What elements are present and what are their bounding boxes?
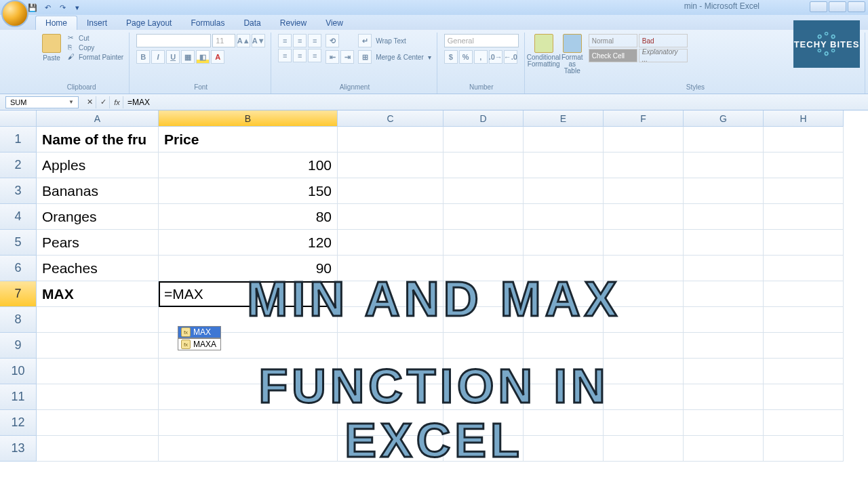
increase-indent-button[interactable]: ⇥ (340, 50, 354, 64)
cell-E10[interactable] (524, 359, 604, 384)
cell-A6[interactable]: Peaches (37, 256, 159, 281)
close-button[interactable] (848, 1, 865, 12)
name-box[interactable]: SUM ▼ (5, 96, 79, 108)
cell-C4[interactable] (338, 204, 443, 230)
qat-dropdown-icon[interactable]: ▾ (72, 2, 83, 13)
cell-E8[interactable] (524, 307, 604, 333)
row-header-5[interactable]: 5 (0, 230, 37, 256)
align-center-button[interactable]: ≡ (293, 49, 307, 62)
align-top-button[interactable]: ≡ (278, 34, 292, 47)
column-header-G[interactable]: G (684, 110, 764, 127)
row-header-12[interactable]: 12 (0, 410, 37, 436)
conditional-formatting-button[interactable]: Conditional Formatting (532, 34, 556, 68)
align-bottom-button[interactable]: ≡ (308, 34, 321, 47)
cell-G6[interactable] (684, 256, 764, 281)
cell-G9[interactable] (684, 333, 764, 359)
tab-page-layout[interactable]: Page Layout (117, 16, 181, 30)
cell-A2[interactable]: Apples (37, 152, 159, 178)
comma-button[interactable]: , (474, 50, 488, 64)
cell-A4[interactable]: Oranges (37, 204, 159, 230)
redo-icon[interactable]: ↷ (57, 2, 68, 13)
cell-D3[interactable] (443, 178, 524, 204)
cell-D13[interactable] (443, 436, 524, 462)
cell-B11[interactable] (159, 384, 338, 410)
cell-H11[interactable] (764, 384, 844, 410)
decrease-indent-button[interactable]: ⇤ (326, 50, 339, 64)
border-button[interactable]: ▦ (181, 50, 195, 64)
align-right-button[interactable]: ≡ (308, 49, 321, 62)
cell-H6[interactable] (764, 256, 844, 281)
cell-H8[interactable] (764, 307, 844, 333)
cell-E12[interactable] (524, 410, 604, 436)
cell-F13[interactable] (604, 436, 684, 462)
chevron-down-icon[interactable]: ▼ (68, 99, 74, 105)
cell-H13[interactable] (764, 436, 844, 462)
column-header-F[interactable]: F (604, 110, 684, 127)
italic-button[interactable]: I (151, 50, 165, 64)
autocomplete-item-max[interactable]: fxMAX (178, 326, 221, 338)
merge-center-button[interactable]: ⊞Merge & Center▾ (358, 50, 431, 64)
cell-D4[interactable] (443, 204, 524, 230)
cell-F2[interactable] (604, 152, 684, 178)
cell-C7[interactable] (338, 281, 443, 307)
currency-button[interactable]: $ (444, 50, 458, 64)
font-color-button[interactable]: A (211, 50, 224, 64)
cell-A11[interactable] (37, 384, 159, 410)
cell-C8[interactable] (338, 307, 443, 333)
row-header-7[interactable]: 7 (0, 281, 37, 307)
cell-C1[interactable] (338, 127, 443, 152)
cell-C13[interactable] (338, 436, 443, 462)
cell-A8[interactable] (37, 307, 159, 333)
cell-A5[interactable]: Pears (37, 230, 159, 256)
column-header-B[interactable]: B (159, 110, 338, 127)
cell-G4[interactable] (684, 204, 764, 230)
cell-E1[interactable] (524, 127, 604, 152)
cell-C3[interactable] (338, 178, 443, 204)
cell-A9[interactable] (37, 333, 159, 359)
decrease-decimal-button[interactable]: ←.0 (504, 50, 517, 64)
cell-C10[interactable] (338, 359, 443, 384)
cell-F4[interactable] (604, 204, 684, 230)
row-header-8[interactable]: 8 (0, 307, 37, 333)
cell-H2[interactable] (764, 152, 844, 178)
font-family-dropdown[interactable] (136, 34, 211, 47)
cell-H4[interactable] (764, 204, 844, 230)
align-middle-button[interactable]: ≡ (293, 34, 307, 47)
tab-review[interactable]: Review (271, 16, 316, 30)
row-header-11[interactable]: 11 (0, 384, 37, 410)
cell-D7[interactable] (443, 281, 524, 307)
cell-E7[interactable] (524, 281, 604, 307)
cell-B5[interactable]: 120 (159, 230, 338, 256)
cell-B6[interactable]: 90 (159, 256, 338, 281)
cell-G10[interactable] (684, 359, 764, 384)
row-header-2[interactable]: 2 (0, 152, 37, 178)
number-format-dropdown[interactable]: General (444, 34, 519, 47)
cell-B7[interactable]: =MAX (159, 281, 338, 307)
cell-C9[interactable] (338, 333, 443, 359)
cell-E4[interactable] (524, 204, 604, 230)
cell-F9[interactable] (604, 333, 684, 359)
cell-H9[interactable] (764, 333, 844, 359)
cell-D1[interactable] (443, 127, 524, 152)
cell-C5[interactable] (338, 230, 443, 256)
cell-D10[interactable] (443, 359, 524, 384)
cell-F12[interactable] (604, 410, 684, 436)
format-as-table-button[interactable]: Format as Table (560, 34, 585, 75)
cell-G1[interactable] (684, 127, 764, 152)
cell-G12[interactable] (684, 410, 764, 436)
tab-view[interactable]: View (316, 16, 353, 30)
tab-data[interactable]: Data (234, 16, 270, 30)
cell-D9[interactable] (443, 333, 524, 359)
cell-G3[interactable] (684, 178, 764, 204)
save-icon[interactable]: 💾 (27, 2, 38, 13)
row-header-1[interactable]: 1 (0, 127, 37, 152)
paste-button[interactable]: Paste (39, 34, 64, 62)
align-left-button[interactable]: ≡ (278, 49, 292, 62)
cell-F8[interactable] (604, 307, 684, 333)
column-header-A[interactable]: A (37, 110, 159, 127)
cell-A13[interactable] (37, 436, 159, 462)
row-header-10[interactable]: 10 (0, 359, 37, 384)
row-header-9[interactable]: 9 (0, 333, 37, 359)
cell-G5[interactable] (684, 230, 764, 256)
cell-D12[interactable] (443, 410, 524, 436)
